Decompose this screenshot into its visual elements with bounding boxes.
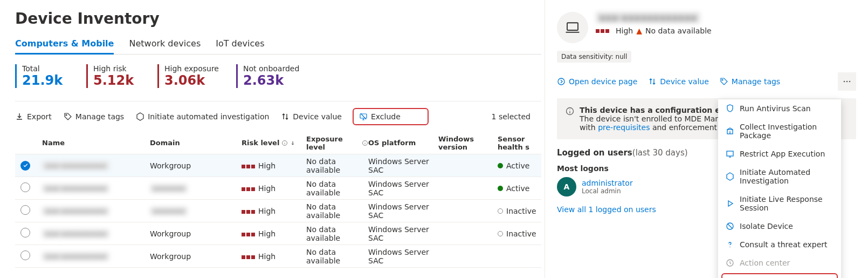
arrow-right-circle-icon — [557, 77, 566, 86]
exclude-label: Exclude — [371, 112, 401, 121]
cell-os: Windows Server SAC — [368, 248, 438, 265]
table-header: Name Domain Risk level Exposure level OS… — [15, 132, 541, 154]
col-os[interactable]: OS platform — [368, 139, 438, 147]
table-row[interactable]: xxx-xxxxxxxxxx Workgroup High No data av… — [15, 222, 541, 245]
menu-consult-expert[interactable]: Consult a threat expert — [718, 235, 841, 254]
cell-domain: Workgroup — [150, 252, 242, 261]
cell-risk: High — [242, 184, 306, 193]
svg-rect-12 — [727, 151, 733, 156]
cell-risk: High — [242, 252, 306, 261]
table-row[interactable]: xxx-xxxxxxxxxx Workgroup High No data av… — [15, 245, 541, 268]
checkbox-icon[interactable] — [20, 182, 30, 192]
svg-point-7 — [844, 81, 845, 83]
actions-context-menu: Run Antivirus Scan Collect Investigation… — [718, 99, 841, 278]
more-actions-button[interactable] — [838, 72, 856, 91]
arrow-down-icon — [290, 140, 295, 146]
cell-name: xxx-xxxxxxxxxx — [42, 252, 150, 261]
metric-value: 3.06k — [164, 73, 219, 88]
view-all-users-link[interactable]: View all 1 logged on users — [557, 205, 656, 214]
checkbox-checked-icon[interactable] — [20, 161, 30, 171]
cell-os: Windows Server SAC — [368, 180, 438, 197]
status-dot-icon — [498, 231, 503, 236]
menu-run-antivirus[interactable]: Run Antivirus Scan — [718, 99, 841, 118]
metric-high-exposure[interactable]: High exposure 3.06k — [157, 64, 219, 88]
cell-os: Windows Server SAC — [368, 225, 438, 242]
menu-exclude[interactable]: Exclude — [721, 273, 838, 278]
tab-network[interactable]: Network devices — [129, 38, 201, 49]
col-risk[interactable]: Risk level — [242, 139, 306, 147]
table-row[interactable]: xxx-xxxxxxxxxx Workgroup High No data av… — [15, 154, 541, 177]
svg-point-6 — [722, 79, 723, 80]
device-risk: High — [616, 26, 633, 35]
data-sensitivity-badge: Data sensitivity: null — [557, 51, 631, 63]
manage-tags-button[interactable]: Manage tags — [64, 112, 124, 121]
svg-rect-4 — [567, 23, 578, 30]
table-row[interactable]: xxx-xxxxxxxxxx xxxxxxx High No data avai… — [15, 200, 541, 222]
table-row[interactable]: xxx-xxxxxxxxxx xxxxxxx High No data avai… — [15, 177, 541, 200]
checkbox-icon[interactable] — [20, 250, 30, 260]
device-value-button[interactable]: Device value — [281, 112, 342, 121]
cell-name: xxx-xxxxxxxxxx — [42, 184, 150, 193]
device-value-button[interactable]: Device value — [648, 77, 709, 86]
cell-domain: xxxxxxx — [150, 207, 242, 215]
tabs: Computers & Mobile Network devices IoT d… — [15, 38, 541, 55]
menu-auto-investigation[interactable]: Initiate Automated Investigation — [718, 163, 841, 190]
cell-exposure: No data available — [306, 225, 368, 242]
sort-icon — [648, 77, 657, 86]
checkbox-icon[interactable] — [20, 205, 30, 215]
metric-value: 21.9k — [22, 73, 69, 88]
metric-high-risk[interactable]: High risk 5.12k — [86, 64, 140, 88]
device-status: High ▲ No data available — [596, 26, 712, 35]
svg-point-8 — [846, 81, 848, 83]
tab-computers[interactable]: Computers & Mobile — [15, 38, 114, 49]
menu-action-center: Action center — [718, 254, 841, 272]
exclude-button[interactable]: Exclude — [353, 108, 429, 125]
cell-risk: High — [242, 207, 306, 215]
device-avatar — [557, 12, 588, 43]
col-sensor[interactable]: Sensor health s — [498, 135, 549, 151]
warning-icon: ▲ — [636, 26, 642, 35]
toolbar: Export Manage tags Initiate automated in… — [15, 101, 541, 132]
col-exposure[interactable]: Exposure level — [306, 135, 368, 151]
metric-value: 2.63k — [243, 73, 299, 88]
user-row[interactable]: A administrator Local admin — [557, 177, 633, 196]
tag-icon — [720, 77, 728, 86]
info-icon — [362, 140, 368, 146]
col-risk-label: Risk level — [242, 139, 279, 147]
col-domain[interactable]: Domain — [150, 139, 242, 147]
app-restrict-icon — [726, 150, 734, 158]
export-button[interactable]: Export — [15, 112, 52, 121]
tab-iot[interactable]: IoT devices — [216, 38, 264, 49]
svg-point-0 — [66, 114, 67, 116]
investigation-button[interactable]: Initiate automated investigation — [136, 112, 269, 121]
checkbox-icon[interactable] — [20, 228, 30, 238]
cell-domain: Workgroup — [150, 229, 242, 238]
cell-os: Windows Server SAC — [368, 202, 438, 220]
col-winver[interactable]: Windows version — [438, 135, 498, 151]
manage-tags-label: Manage tags — [732, 77, 780, 86]
hexagon-icon — [136, 112, 144, 121]
menu-collect-package[interactable]: Collect Investigation Package — [718, 118, 841, 145]
metric-total[interactable]: Total 21.9k — [15, 64, 69, 88]
open-device-page-button[interactable]: Open device page — [557, 77, 637, 86]
cell-domain: Workgroup — [150, 161, 242, 170]
device-table: Name Domain Risk level Exposure level OS… — [15, 132, 541, 268]
device-value-label: Device value — [293, 112, 342, 121]
col-name[interactable]: Name — [42, 139, 150, 147]
risk-dots-icon — [596, 29, 609, 33]
menu-live-response[interactable]: Initiate Live Response Session — [718, 190, 841, 217]
metric-not-onboarded[interactable]: Not onboarded 2.63k — [236, 64, 299, 88]
menu-isolate-device[interactable]: Isolate Device — [718, 217, 841, 235]
more-horizontal-icon — [843, 77, 851, 86]
cell-risk: High — [242, 161, 306, 170]
manage-tags-button[interactable]: Manage tags — [720, 77, 780, 86]
main-content: Device Inventory Computers & Mobile Netw… — [0, 0, 541, 278]
menu-restrict-app[interactable]: Restrict App Execution — [718, 145, 841, 163]
prerequisites-link[interactable]: pre-requisites — [598, 123, 650, 132]
status-dot-icon — [498, 163, 503, 168]
sort-icon — [281, 112, 290, 121]
cell-sensor: Inactive — [498, 207, 549, 215]
hexagon-icon — [726, 172, 734, 181]
open-device-label: Open device page — [569, 77, 637, 86]
block-icon — [726, 222, 734, 230]
